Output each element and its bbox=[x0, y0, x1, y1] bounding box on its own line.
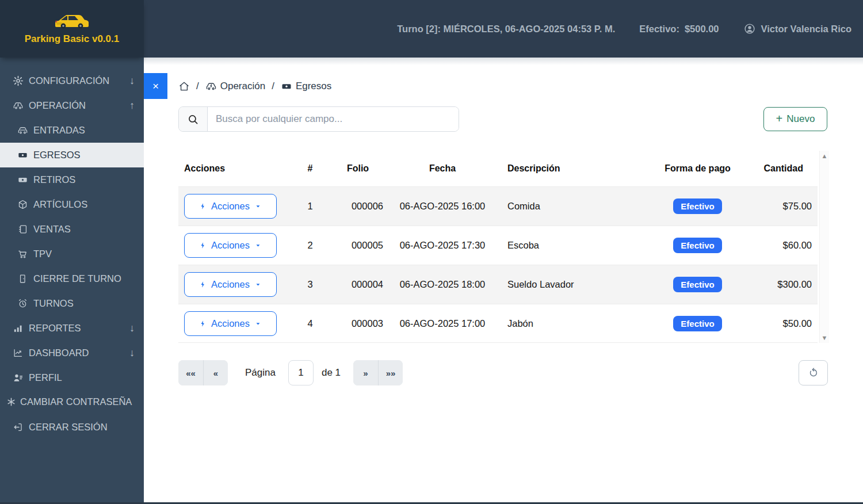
user-menu[interactable]: Victor Valencia Rico bbox=[743, 22, 851, 35]
caret-down-icon bbox=[254, 242, 262, 249]
cell-folio: 000004 bbox=[327, 279, 389, 290]
breadcrumb-operacion[interactable]: Operación bbox=[205, 81, 265, 92]
lightning-icon bbox=[199, 280, 207, 289]
sidebar-item-cierre-de-turno[interactable]: CIERRE DE TURNO bbox=[0, 266, 144, 291]
user-circle-icon bbox=[743, 22, 756, 35]
scroll-down-icon[interactable]: ▼ bbox=[822, 334, 828, 341]
sidebar-toggle-button[interactable]: × bbox=[144, 73, 167, 99]
door-icon bbox=[17, 273, 28, 284]
cell-cantidad: $50.00 bbox=[749, 318, 818, 329]
caret-down-icon bbox=[254, 281, 262, 288]
banknote-icon bbox=[17, 174, 28, 185]
sidebar-item-configuracion[interactable]: CONFIGURACIÓN ↓ bbox=[0, 68, 144, 93]
cash-label: Efectivo: bbox=[639, 24, 679, 35]
row-actions-dropdown[interactable]: Acciones bbox=[184, 311, 277, 336]
sidebar-item-dashboard[interactable]: DASHBOARD ↓ bbox=[0, 341, 144, 365]
sidebar-item-egresos[interactable]: EGRESOS bbox=[0, 143, 144, 167]
car-logo-icon bbox=[54, 13, 90, 29]
table-row: Acciones 4 000003 06-AGO-2025 17:00 Jabó… bbox=[178, 304, 818, 343]
cart-icon bbox=[17, 249, 28, 259]
sidebar-item-articulos[interactable]: ARTÍCULOS bbox=[0, 192, 144, 217]
logout-icon bbox=[13, 422, 24, 433]
car-bolt-icon bbox=[13, 100, 24, 111]
banknote-icon bbox=[17, 150, 28, 161]
sidebar-menu: CONFIGURACIÓN ↓ OPERACIÓN ↑ ENTRADAS EGR… bbox=[0, 58, 144, 440]
refresh-icon bbox=[808, 367, 819, 379]
cash-summary: Efectivo: $500.00 bbox=[639, 24, 719, 35]
sidebar-item-operacion[interactable]: OPERACIÓN ↑ bbox=[0, 93, 144, 118]
sidebar-item-entradas[interactable]: ENTRADAS bbox=[0, 118, 144, 143]
row-actions-dropdown[interactable]: Acciones bbox=[184, 194, 277, 219]
cell-num: 2 bbox=[293, 240, 327, 251]
table-row: Acciones 3 000004 06-AGO-2025 18:00 Suel… bbox=[178, 265, 818, 304]
scroll-up-icon[interactable]: ▲ bbox=[822, 152, 828, 159]
caret-down-icon bbox=[254, 320, 262, 327]
sidebar-item-perfil[interactable]: PERFIL bbox=[0, 365, 144, 390]
column-header-fecha: Fecha bbox=[389, 163, 496, 174]
table-scrollbar[interactable]: ▲ ▼ bbox=[819, 151, 829, 343]
banknote-icon bbox=[281, 81, 292, 92]
asterisk-icon bbox=[6, 396, 17, 407]
search-input[interactable] bbox=[208, 107, 459, 131]
search-icon bbox=[187, 113, 199, 125]
page-label: Página bbox=[245, 367, 276, 379]
cell-num: 4 bbox=[293, 318, 327, 329]
cell-cantidad: $300.00 bbox=[749, 279, 818, 290]
table-row: Acciones 1 000006 06-AGO-2025 16:00 Comi… bbox=[178, 186, 818, 226]
first-page-button[interactable]: «« bbox=[178, 360, 203, 385]
caret-down-icon bbox=[254, 203, 262, 210]
breadcrumb-egresos[interactable]: Egresos bbox=[281, 81, 331, 92]
cell-folio: 000003 bbox=[327, 318, 389, 329]
breadcrumb-home[interactable] bbox=[178, 81, 190, 92]
cell-cantidad: $60.00 bbox=[749, 240, 818, 251]
sidebar-item-cambiar-contrasena[interactable]: CAMBIAR CONTRASEÑA bbox=[0, 390, 144, 415]
chevron-down-icon: ↓ bbox=[129, 75, 135, 87]
cash-value: $500.00 bbox=[685, 24, 719, 35]
payment-badge: Efectivo bbox=[673, 277, 721, 292]
app-logo: Parking Basic v0.0.1 bbox=[0, 0, 144, 58]
lightning-icon bbox=[199, 201, 207, 211]
payment-badge: Efectivo bbox=[673, 238, 721, 253]
next-page-button[interactable]: » bbox=[353, 360, 378, 385]
sidebar-item-reportes[interactable]: REPORTES ↓ bbox=[0, 316, 144, 341]
cell-num: 1 bbox=[293, 201, 327, 212]
table-row: Acciones 2 000005 06-AGO-2025 17:30 Esco… bbox=[178, 226, 818, 265]
search-prefix bbox=[179, 107, 208, 131]
refresh-button[interactable] bbox=[799, 360, 828, 385]
new-button[interactable]: + Nuevo bbox=[763, 107, 827, 131]
home-icon bbox=[178, 81, 190, 92]
sidebar-item-tpv[interactable]: TPV bbox=[0, 242, 144, 266]
page-number-input[interactable] bbox=[288, 360, 314, 385]
bar-chart-icon bbox=[13, 323, 24, 334]
page-count-label: de 1 bbox=[322, 367, 341, 379]
column-header-descripcion: Descripción bbox=[496, 163, 647, 174]
cell-fecha: 06-AGO-2025 17:30 bbox=[389, 240, 496, 251]
sidebar-item-ventas[interactable]: VENTAS bbox=[0, 217, 144, 242]
cell-descripcion: Jabón bbox=[496, 318, 647, 329]
chevron-down-icon: ↓ bbox=[129, 322, 135, 334]
car-bolt-icon bbox=[205, 81, 217, 92]
app-title: Parking Basic v0.0.1 bbox=[25, 33, 119, 45]
pagination-prev-group: «« « bbox=[178, 360, 228, 385]
main-content: × / Operación / Egresos + Nuevo Acciones… bbox=[144, 58, 863, 504]
cell-folio: 000005 bbox=[327, 240, 389, 251]
cell-folio: 000006 bbox=[327, 201, 389, 212]
cell-num: 3 bbox=[293, 279, 327, 290]
sidebar-item-retiros[interactable]: RETIROS bbox=[0, 167, 144, 192]
breadcrumb: / Operación / Egresos bbox=[178, 73, 331, 99]
sidebar-item-cerrar-sesion[interactable]: CERRAR SESIÓN bbox=[0, 415, 144, 440]
last-page-button[interactable]: »» bbox=[378, 360, 403, 385]
row-actions-dropdown[interactable]: Acciones bbox=[184, 233, 277, 258]
chevron-up-icon: ↑ bbox=[129, 100, 135, 112]
sidebar-item-turnos[interactable]: TURNOS bbox=[0, 291, 144, 316]
shift-info: Turno [2]: MIÉRCOLES, 06-AGO-2025 04:53 … bbox=[397, 24, 615, 35]
cell-cantidad: $75.00 bbox=[749, 201, 818, 212]
payment-badge: Efectivo bbox=[673, 316, 721, 331]
pagination: «« « Página de 1 » »» bbox=[178, 360, 403, 385]
cell-descripcion: Comida bbox=[496, 201, 647, 212]
row-actions-dropdown[interactable]: Acciones bbox=[184, 272, 277, 297]
column-header-cantidad: Cantidad bbox=[749, 163, 818, 174]
search-group bbox=[178, 106, 459, 132]
prev-page-button[interactable]: « bbox=[203, 360, 228, 385]
column-header-forma-de-pago: Forma de pago bbox=[647, 163, 749, 174]
